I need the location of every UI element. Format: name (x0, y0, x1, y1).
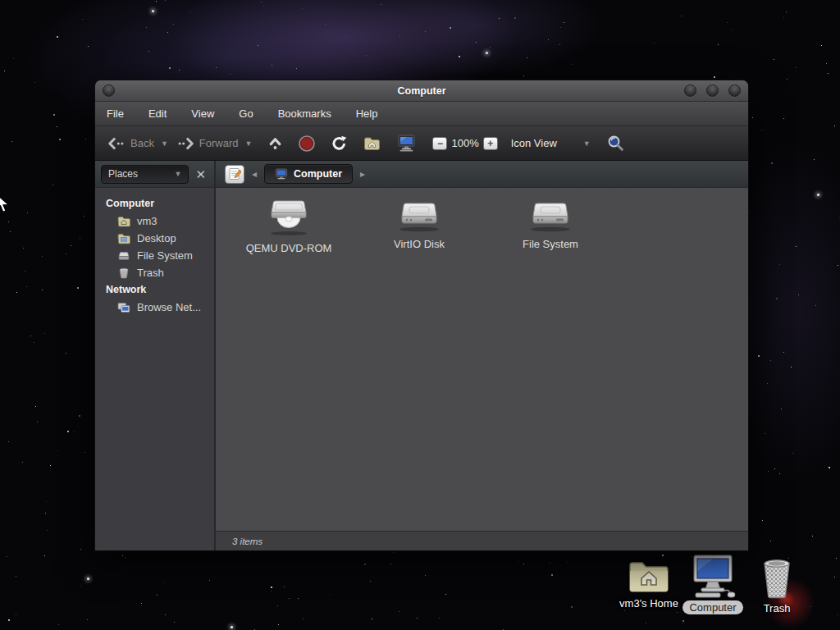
menubar: File Edit View Go Bookmarks Help (95, 102, 748, 126)
sidebar-close-icon[interactable]: ✕ (193, 168, 208, 180)
search-icon (607, 135, 624, 152)
computer-monitor-icon (397, 135, 416, 152)
back-button[interactable]: Back ▼ (103, 134, 172, 153)
forward-label: Forward (199, 137, 239, 149)
file-label: QEMU DVD-ROM (246, 242, 332, 254)
forward-dropdown-icon[interactable]: ▼ (245, 139, 253, 148)
up-arrow-icon (268, 136, 282, 150)
up-button[interactable] (264, 133, 286, 153)
desktop-icon-computer[interactable]: Computer (678, 555, 748, 614)
sidebar-item-label: File System (137, 249, 193, 262)
back-arrow-icon (107, 137, 126, 150)
sidebar-header: Places ▼ ✕ (95, 161, 214, 188)
network-icon (117, 302, 130, 313)
file-manager-window: Computer File Edit View Go Bookmarks Hel… (94, 80, 749, 551)
window-menu-button[interactable] (103, 84, 115, 97)
file-icon-view[interactable]: QEMU DVD-ROM Vir (216, 188, 748, 531)
maximize-button[interactable] (706, 84, 719, 97)
sidebar-item-label: Trash (137, 267, 164, 279)
view-mode-dropdown-icon: ▼ (583, 139, 591, 148)
sidebar-item-label: Browse Net... (137, 301, 201, 313)
edit-location-icon (228, 167, 241, 180)
view-mode-selector[interactable]: Icon View ▼ (507, 134, 595, 153)
file-label: VirtIO Disk (394, 238, 445, 250)
stop-icon (299, 135, 315, 152)
toolbar: Back ▼ Forward ▼ − 100% + (95, 126, 748, 161)
menu-go[interactable]: Go (239, 107, 253, 120)
file-item-virtio-disk[interactable]: VirtIO Disk (358, 198, 481, 250)
toggle-location-entry-button[interactable] (225, 165, 244, 184)
sidebar-item-desktop[interactable]: Desktop (95, 230, 214, 247)
breadcrumb-right-chevron-icon[interactable]: ▸ (360, 168, 365, 180)
refresh-icon (331, 135, 347, 151)
sidebar-item-file-system[interactable]: File System (95, 247, 214, 264)
trash-icon (117, 267, 130, 279)
close-button[interactable] (728, 84, 741, 97)
optical-drive-icon (264, 198, 313, 236)
breadcrumb-computer[interactable]: Computer (264, 164, 353, 184)
sidebar-item-vm3[interactable]: vm3 (95, 212, 214, 230)
folder-desktop-icon (117, 233, 130, 244)
desktop-icon-home[interactable]: vm3's Home (610, 558, 687, 609)
drive-icon (117, 250, 130, 262)
computer-icon (688, 555, 737, 598)
forward-button[interactable]: Forward ▼ (172, 134, 257, 153)
sidebar-item-trash[interactable]: Trash (95, 264, 214, 281)
breadcrumb-label: Computer (294, 168, 342, 180)
desktop-icon-trash[interactable]: Trash (745, 559, 809, 614)
sidebar-mode-dropdown-icon: ▼ (175, 170, 182, 178)
window-title: Computer (397, 85, 445, 97)
sidebar-item-label: Desktop (137, 232, 176, 244)
computer-location-button[interactable] (393, 131, 420, 155)
hard-drive-icon (395, 198, 443, 232)
stop-button[interactable] (294, 132, 319, 155)
hard-drive-icon (527, 198, 574, 232)
home-folder-icon (363, 136, 381, 151)
file-item-file-system[interactable]: File System (489, 198, 612, 250)
forward-arrow-icon (176, 137, 194, 150)
search-button[interactable] (603, 131, 628, 155)
desktop-icon-label: vm3's Home (619, 597, 678, 609)
titlebar[interactable]: Computer (95, 80, 748, 102)
minimize-button[interactable] (684, 84, 696, 97)
statusbar: 3 items (216, 531, 748, 550)
sidebar-mode-combobox[interactable]: Places ▼ (101, 165, 189, 184)
desktop-icon-label-selected: Computer (682, 600, 742, 614)
sidebar-mode-label: Places (108, 168, 138, 180)
menu-edit[interactable]: Edit (148, 107, 167, 120)
main-pane: ◂ Computer ▸ (216, 161, 748, 550)
refresh-button[interactable] (327, 132, 351, 154)
view-mode-label: Icon View (511, 137, 557, 149)
breadcrumb-left-chevron-icon[interactable]: ◂ (252, 168, 257, 180)
menu-view[interactable]: View (191, 107, 214, 120)
zoom-in-icon: + (483, 137, 498, 150)
folder-home-icon (117, 216, 130, 227)
trash-basket-icon (760, 559, 794, 600)
menu-file[interactable]: File (107, 107, 124, 120)
status-text: 3 items (232, 536, 262, 546)
places-sidebar: Places ▼ ✕ Computer vm3 Desktop File Sys… (95, 161, 216, 550)
sidebar-list: Computer vm3 Desktop File System Trash (95, 188, 214, 316)
back-dropdown-icon[interactable]: ▼ (161, 139, 168, 148)
zoom-out-icon: − (432, 137, 447, 150)
mouse-cursor (0, 194, 15, 215)
sidebar-section-computer: Computer (95, 195, 214, 212)
sidebar-item-browse-network[interactable]: Browse Net... (95, 299, 214, 316)
file-item-qemu-dvd-rom[interactable]: QEMU DVD-ROM (227, 198, 350, 254)
zoom-out-button[interactable]: − (428, 134, 451, 153)
file-label: File System (523, 238, 578, 250)
home-button[interactable] (359, 133, 385, 154)
menu-bookmarks[interactable]: Bookmarks (278, 107, 331, 120)
computer-crumb-icon (275, 168, 288, 180)
menu-help[interactable]: Help (356, 107, 378, 120)
sidebar-section-network: Network (95, 281, 214, 299)
sidebar-item-label: vm3 (137, 215, 158, 227)
back-label: Back (130, 137, 154, 149)
zoom-level: 100% (451, 137, 478, 149)
desktop-icon-label: Trash (764, 602, 791, 614)
pathbar: ◂ Computer ▸ (216, 161, 748, 188)
zoom-in-button[interactable]: + (479, 134, 502, 153)
folder-home-icon (628, 558, 670, 595)
